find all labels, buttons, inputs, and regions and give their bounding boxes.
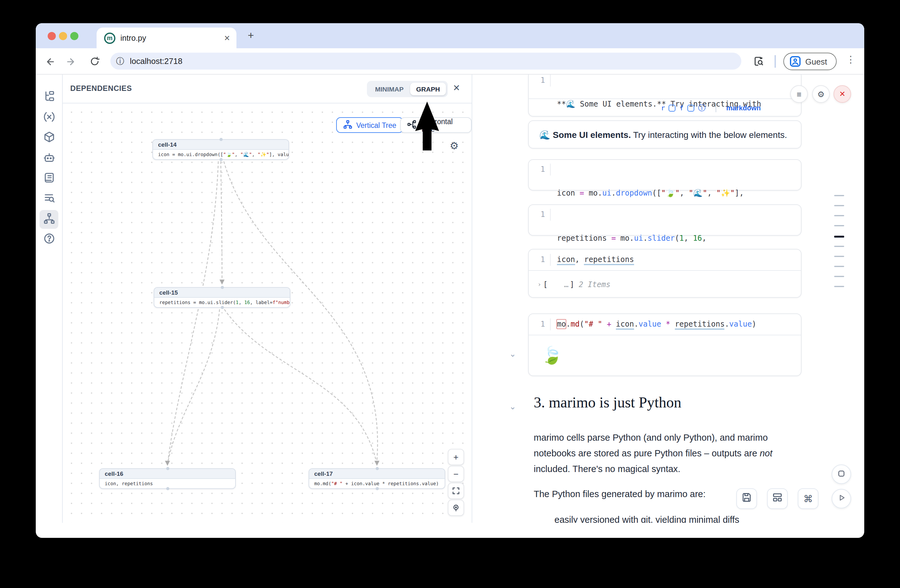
graph-zoom-controls: + − bbox=[448, 449, 464, 516]
sidebar-item-variables[interactable] bbox=[39, 108, 58, 127]
tree-output[interactable]: › [ … ] 2 Items bbox=[529, 271, 801, 298]
graph-node-cell-15[interactable]: cell-15 repetitions = mo.ui.slider(1, 16… bbox=[154, 287, 290, 308]
markdown-rest: Try interacting with the below elements. bbox=[631, 130, 787, 139]
save-button[interactable] bbox=[736, 488, 757, 509]
paragraph-line: notebooks are stored as pure Python file… bbox=[534, 448, 772, 458]
fit-view-icon[interactable] bbox=[448, 483, 464, 499]
node-handle bbox=[166, 487, 169, 490]
sidebar-item-dependency-graph[interactable] bbox=[39, 210, 58, 229]
maximize-window-button[interactable] bbox=[70, 32, 78, 40]
footer-r-label[interactable]: r bbox=[661, 104, 665, 112]
browser-toolbar: ⓘ localhost:2718 Guest ⋮ bbox=[36, 48, 864, 74]
list-search-icon bbox=[43, 192, 55, 206]
hamburger-icon: ≡ bbox=[796, 89, 801, 99]
toolbar-divider bbox=[774, 55, 776, 68]
gear-icon: ⚙ bbox=[817, 89, 824, 99]
profile-button[interactable]: Guest bbox=[784, 53, 836, 70]
cell-slider[interactable]: 1 repetitions = mo.ui.slider(1, 16, labe… bbox=[528, 204, 802, 236]
new-tab-button[interactable]: + bbox=[248, 29, 254, 42]
cell-dropdown[interactable]: 1 icon = mo.ui.dropdown(["🍃", "🌊", "✨"],… bbox=[528, 159, 802, 190]
paragraph-line: marimo cells parse Python (and only Pyth… bbox=[534, 433, 768, 443]
tab-search-icon[interactable] bbox=[751, 54, 767, 69]
zoom-out-button[interactable]: − bbox=[448, 466, 464, 482]
node-handle bbox=[376, 487, 379, 490]
collapse-section-icon[interactable]: ⌄ bbox=[509, 402, 516, 411]
panel-close-icon[interactable]: ✕ bbox=[453, 83, 460, 93]
node-handle bbox=[220, 306, 223, 309]
tab-close-icon[interactable]: ✕ bbox=[224, 34, 230, 42]
sidebar-item-ai-chat[interactable] bbox=[39, 149, 58, 168]
paragraph-line: included. There's no magical syntax. bbox=[534, 464, 681, 474]
sidebar bbox=[36, 74, 62, 523]
close-window-button[interactable] bbox=[47, 32, 56, 40]
node-title: cell-16 bbox=[100, 469, 235, 479]
reload-icon[interactable] bbox=[87, 54, 102, 69]
locate-icon[interactable] bbox=[448, 500, 464, 516]
line-number: 1 bbox=[529, 254, 551, 266]
expand-caret-icon[interactable]: › bbox=[537, 281, 541, 288]
graph-edges bbox=[63, 104, 472, 523]
robot-icon bbox=[43, 152, 55, 166]
tab-graph[interactable]: GRAPH bbox=[410, 83, 446, 95]
sidebar-item-packages[interactable] bbox=[39, 128, 58, 147]
layout-button[interactable] bbox=[767, 488, 788, 509]
forward-icon[interactable] bbox=[64, 54, 78, 69]
paragraph-text: notebooks are stored as pure Python file… bbox=[534, 448, 760, 458]
node-title: cell-17 bbox=[309, 469, 445, 479]
item-count: 2 Items bbox=[579, 280, 610, 289]
language-badge[interactable]: markdown bbox=[726, 104, 761, 111]
cursor-arrow bbox=[411, 99, 444, 155]
sidebar-item-scratchpad[interactable] bbox=[39, 169, 58, 188]
dependency-graph-canvas[interactable]: Vertical Tree Horizontal Tree ⚙ cell-14 … bbox=[63, 104, 472, 523]
cell-markdown-output[interactable]: 🌊 Some UI elements. Try interacting with… bbox=[528, 120, 802, 149]
run-button[interactable] bbox=[832, 489, 851, 508]
sidebar-item-help[interactable] bbox=[39, 230, 58, 249]
avatar-icon bbox=[790, 56, 801, 67]
graph-settings-icon[interactable]: ⚙ bbox=[450, 140, 459, 152]
notebook-menu-button[interactable]: ≡ bbox=[790, 85, 808, 103]
markdown-bold: 🌊 Some UI elements. bbox=[539, 130, 631, 139]
browser-tab[interactable]: m intro.py ✕ bbox=[96, 28, 236, 48]
screenshot-stage: m intro.py ✕ + ⓘ localhost:2718 Guest ⋮ bbox=[0, 0, 900, 588]
notebook-settings-button[interactable]: ⚙ bbox=[812, 85, 830, 103]
dependency-graph-icon bbox=[43, 212, 55, 227]
footer-f-label[interactable]: f bbox=[680, 104, 684, 112]
sidebar-item-file-tree[interactable] bbox=[39, 88, 58, 107]
collapse-output-icon[interactable]: ⌄ bbox=[509, 349, 516, 359]
minimize-window-button[interactable] bbox=[59, 32, 67, 40]
line-number: 1 bbox=[529, 164, 551, 175]
cell-refs[interactable]: 1 icon, repetitions › [ … ] 2 Items bbox=[528, 249, 802, 298]
tab-minimap[interactable]: MINIMAP bbox=[369, 83, 410, 95]
scroll-icon bbox=[43, 172, 55, 186]
url-bar[interactable]: ⓘ localhost:2718 bbox=[110, 53, 741, 70]
footer-checkbox-icon[interactable] bbox=[669, 104, 676, 111]
site-info-icon[interactable]: ⓘ bbox=[116, 56, 124, 67]
zoom-in-button[interactable]: + bbox=[448, 449, 464, 465]
code-line: icon = mo.ui.dropdown(["🍃", "🌊", "✨"], bbox=[557, 187, 744, 200]
ellipsis: … bbox=[564, 280, 568, 289]
cell-markdown-source[interactable]: 1 **🌊 Some UI elements.** Try interactin… bbox=[528, 74, 802, 117]
shortcuts-button[interactable]: ⌘ bbox=[798, 488, 818, 509]
graph-node-cell-16[interactable]: cell-16 icon, repetitions bbox=[99, 468, 236, 489]
browser-menu-icon[interactable]: ⋮ bbox=[846, 54, 855, 65]
close-icon: ✕ bbox=[839, 90, 846, 98]
node-handle bbox=[219, 158, 222, 161]
graph-node-cell-17[interactable]: cell-17 mo.md("# " + icon.value * repeti… bbox=[309, 468, 445, 489]
vertical-tree-button[interactable]: Vertical Tree bbox=[336, 117, 403, 133]
bracket-open: [ bbox=[543, 280, 548, 289]
shutdown-button[interactable]: ✕ bbox=[833, 85, 851, 103]
footer-info-icon[interactable]: ⓘ bbox=[698, 102, 706, 113]
graph-node-cell-14[interactable]: cell-14 icon = mo.ui.dropdown(["🍃", "🌊",… bbox=[152, 139, 289, 160]
dependencies-header: DEPENDENCIES MINIMAP GRAPH ✕ bbox=[63, 74, 472, 104]
vertical-tree-icon bbox=[343, 120, 352, 130]
stop-icon bbox=[837, 469, 846, 480]
stop-button[interactable] bbox=[832, 464, 851, 484]
notebook-panel: 1 **🌊 Some UI elements.** Try interactin… bbox=[473, 74, 864, 523]
back-icon[interactable] bbox=[42, 54, 57, 69]
footer-checkbox-icon[interactable] bbox=[687, 104, 694, 111]
node-handle bbox=[376, 467, 379, 470]
section-heading: 3. marimo is just Python bbox=[534, 394, 681, 411]
sidebar-item-snippets[interactable] bbox=[39, 189, 58, 208]
cell-mdcall[interactable]: 1 mo.md("# " + icon.value * repetitions.… bbox=[528, 313, 802, 376]
marimo-logo-icon: m bbox=[104, 32, 115, 43]
